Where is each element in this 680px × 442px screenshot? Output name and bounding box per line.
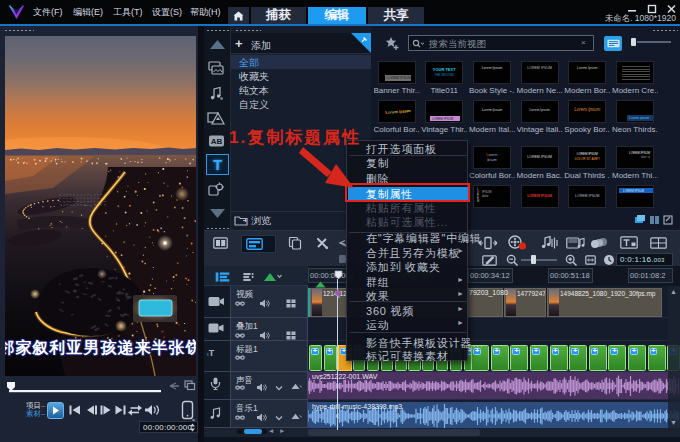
- svg-text:AB: AB: [211, 137, 223, 146]
